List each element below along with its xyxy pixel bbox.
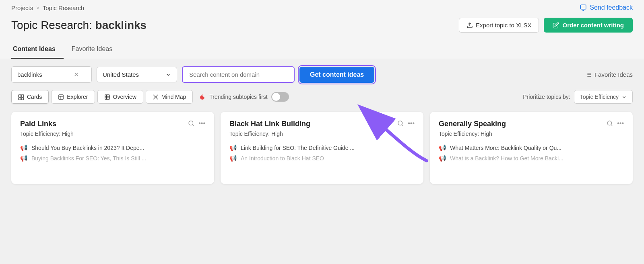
svg-rect-12 bbox=[59, 94, 63, 99]
view-mind-map-button[interactable]: Mind Map bbox=[146, 90, 193, 104]
card-2-efficiency: Topic Efficiency: High bbox=[229, 131, 415, 137]
card-3-efficiency: Topic Efficiency: High bbox=[439, 131, 624, 137]
svg-rect-0 bbox=[581, 5, 586, 9]
trending-label: Trending subtopics first bbox=[209, 94, 267, 100]
mind-map-icon bbox=[153, 94, 159, 100]
search-icon[interactable] bbox=[397, 120, 404, 127]
svg-rect-11 bbox=[21, 97, 24, 100]
card-1-title: Paid Links bbox=[20, 120, 56, 128]
card-1-link-2-text: Buying Backlinks For SEO: Yes, This Is S… bbox=[31, 155, 146, 162]
megaphone-icon: 📢 bbox=[439, 144, 446, 151]
card-3-link-2-text: What is a Backlink? How to Get More Back… bbox=[450, 155, 564, 162]
card-3-link-1[interactable]: 📢 What Matters More: Backlink Quality or… bbox=[439, 144, 624, 151]
svg-line-24 bbox=[156, 98, 158, 99]
send-feedback-button[interactable]: Send feedback bbox=[580, 4, 633, 11]
view-overview-button[interactable]: Overview bbox=[97, 90, 143, 104]
cards-icon bbox=[18, 94, 24, 100]
svg-point-25 bbox=[189, 121, 193, 125]
megaphone-icon: 📢 bbox=[20, 144, 28, 151]
card-2-link-2[interactable]: 📢 An Introduction to Black Hat SEO bbox=[229, 155, 415, 162]
more-options-icon[interactable]: ••• bbox=[617, 120, 624, 127]
trending-switch[interactable] bbox=[271, 92, 289, 102]
breadcrumb-separator: > bbox=[36, 5, 39, 11]
tab-content-ideas[interactable]: Content Ideas bbox=[11, 40, 64, 59]
order-icon bbox=[553, 22, 559, 29]
keyword-input[interactable] bbox=[17, 71, 70, 78]
search-icon[interactable] bbox=[607, 120, 613, 127]
card-2-links: 📢 Link Building for SEO: The Definitive … bbox=[229, 144, 415, 162]
keyword-input-wrapper: ✕ bbox=[11, 66, 92, 83]
cards-label: Cards bbox=[27, 94, 42, 100]
breadcrumb-current: Topic Research bbox=[43, 4, 84, 11]
card-3-title: Generally Speaking bbox=[439, 120, 506, 128]
megaphone-muted-icon: 📢 bbox=[229, 155, 237, 162]
svg-line-30 bbox=[611, 125, 612, 126]
priority-sort: Prioritize topics by: Topic Efficiency bbox=[523, 90, 633, 104]
megaphone-icon: 📢 bbox=[229, 144, 237, 151]
domain-search-input[interactable] bbox=[189, 71, 287, 78]
svg-rect-15 bbox=[105, 94, 109, 99]
country-value: United States bbox=[103, 71, 161, 78]
card-2-link-2-text: An Introduction to Black Hat SEO bbox=[241, 155, 324, 162]
list-icon bbox=[585, 72, 592, 78]
priority-dropdown[interactable]: Topic Efficiency bbox=[574, 90, 633, 104]
page-title: Topic Research: backlinks bbox=[11, 19, 147, 32]
mind-map-label: Mind Map bbox=[161, 94, 186, 100]
view-explorer-button[interactable]: Explorer bbox=[51, 90, 95, 104]
fire-icon bbox=[199, 94, 206, 100]
card-2-link-1[interactable]: 📢 Link Building for SEO: The Definitive … bbox=[229, 144, 415, 151]
card-1-efficiency: Topic Efficiency: High bbox=[20, 131, 205, 137]
breadcrumb: Projects > Topic Research bbox=[11, 4, 84, 11]
svg-point-29 bbox=[607, 121, 612, 125]
card-2: Black Hat Link Building ••• Topic Effici… bbox=[221, 112, 423, 184]
card-2-title: Black Hat Link Building bbox=[229, 120, 310, 128]
cards-grid: Paid Links ••• Topic Efficiency: High 📢 … bbox=[11, 112, 633, 184]
explorer-label: Explorer bbox=[67, 94, 88, 100]
svg-line-28 bbox=[402, 125, 403, 126]
svg-line-23 bbox=[153, 98, 155, 99]
svg-rect-10 bbox=[19, 97, 21, 100]
card-1-links: 📢 Should You Buy Backlinks in 2023? It D… bbox=[20, 144, 205, 162]
order-content-button[interactable]: Order content writing bbox=[544, 18, 633, 33]
favorite-ideas-link-label: Favorite Ideas bbox=[594, 71, 633, 78]
trending-toggle: Trending subtopics first bbox=[199, 92, 289, 102]
svg-rect-8 bbox=[19, 94, 21, 97]
chevron-down-icon bbox=[165, 72, 171, 78]
svg-line-21 bbox=[153, 94, 155, 96]
favorite-ideas-link[interactable]: Favorite Ideas bbox=[585, 71, 633, 78]
card-3-link-2[interactable]: 📢 What is a Backlink? How to Get More Ba… bbox=[439, 155, 624, 162]
clear-keyword-icon[interactable]: ✕ bbox=[74, 71, 79, 78]
export-button[interactable]: Export topic to XLSX bbox=[459, 18, 539, 33]
more-options-icon[interactable]: ••• bbox=[198, 120, 205, 127]
get-ideas-button[interactable]: Get content ideas bbox=[299, 67, 374, 83]
export-label: Export topic to XLSX bbox=[476, 22, 531, 29]
card-3-link-1-text: What Matters More: Backlink Quality or Q… bbox=[450, 145, 561, 151]
country-select[interactable]: United States bbox=[97, 67, 177, 82]
megaphone-muted-icon: 📢 bbox=[20, 155, 28, 162]
svg-rect-9 bbox=[21, 94, 24, 97]
card-1-link-2[interactable]: 📢 Buying Backlinks For SEO: Yes, This Is… bbox=[20, 155, 205, 162]
card-3: Generally Speaking ••• Topic Efficiency:… bbox=[430, 112, 633, 184]
tab-favorite-ideas[interactable]: Favorite Ideas bbox=[70, 40, 120, 59]
view-cards-button[interactable]: Cards bbox=[11, 90, 49, 104]
card-1-link-1-text: Should You Buy Backlinks in 2023? It Dep… bbox=[31, 145, 144, 151]
svg-line-26 bbox=[192, 125, 194, 126]
megaphone-muted-icon: 📢 bbox=[439, 155, 446, 162]
svg-point-20 bbox=[155, 96, 156, 98]
card-3-links: 📢 What Matters More: Backlink Quality or… bbox=[439, 144, 624, 162]
card-1-link-1[interactable]: 📢 Should You Buy Backlinks in 2023? It D… bbox=[20, 144, 205, 151]
chevron-down-icon bbox=[621, 94, 627, 100]
export-icon bbox=[466, 22, 473, 29]
svg-point-27 bbox=[398, 121, 402, 125]
send-feedback-label: Send feedback bbox=[590, 4, 633, 11]
card-1: Paid Links ••• Topic Efficiency: High 📢 … bbox=[11, 112, 214, 184]
feedback-icon bbox=[580, 4, 587, 11]
domain-search-wrapper bbox=[182, 66, 295, 83]
svg-line-22 bbox=[156, 94, 158, 96]
overview-label: Overview bbox=[113, 94, 136, 100]
priority-sort-label: Prioritize topics by: bbox=[523, 94, 570, 100]
overview-icon bbox=[104, 94, 110, 100]
search-icon[interactable] bbox=[188, 120, 194, 127]
more-options-icon[interactable]: ••• bbox=[408, 120, 415, 127]
breadcrumb-projects[interactable]: Projects bbox=[11, 4, 33, 11]
